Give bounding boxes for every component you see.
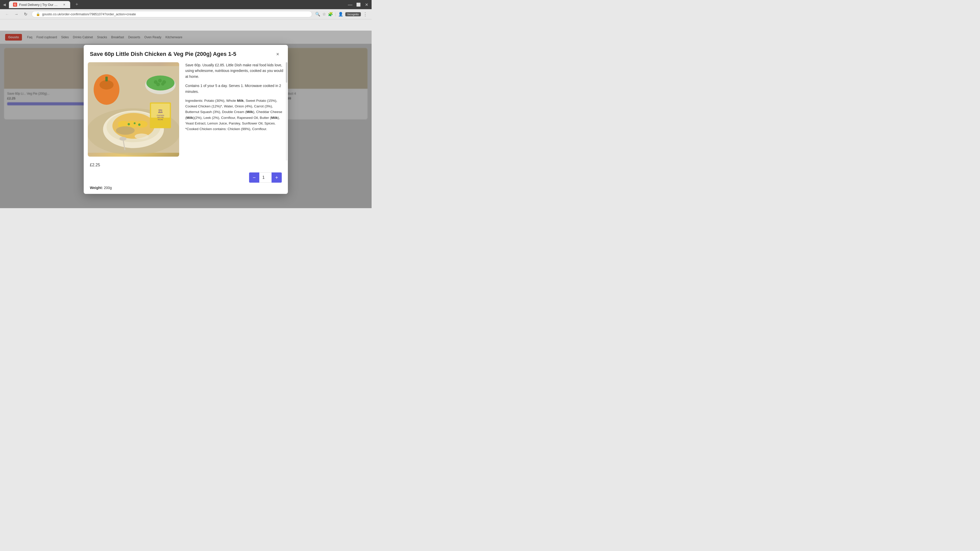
search-icon[interactable]: 🔍	[315, 12, 320, 17]
product-price: £2.25	[90, 163, 100, 167]
bookmark-icon[interactable]: ☆	[322, 12, 326, 17]
forward-button[interactable]: →	[13, 11, 19, 17]
ingredients-label: Ingredients:	[185, 99, 204, 103]
milk-bold-2: Milk	[246, 110, 253, 114]
weight-value: 200g	[104, 186, 112, 190]
milk-bold-1: Milk	[237, 99, 244, 103]
svg-point-8	[158, 79, 162, 83]
product-image: little dish CHICKEN VEG PIE RECIPE	[88, 62, 179, 157]
new-tab-button[interactable]: +	[73, 1, 80, 8]
svg-point-15	[127, 123, 130, 125]
svg-point-16	[134, 122, 135, 124]
price-row: £2.25	[84, 161, 288, 169]
close-button[interactable]: ✕	[363, 2, 369, 8]
increase-quantity-button[interactable]: +	[272, 172, 282, 183]
history-button[interactable]: ◀	[2, 2, 7, 8]
back-button[interactable]: ←	[4, 11, 10, 17]
tab-close-button[interactable]: ✕	[62, 3, 66, 6]
url-text: gousto.co.uk/order-confirmation/79851074…	[42, 12, 136, 16]
tab-favicon: G	[13, 3, 17, 6]
modal-overlay: Save 60p Little Dish Chicken & Veg Pie (…	[0, 30, 372, 208]
svg-point-3	[100, 80, 114, 89]
menu-icon[interactable]: ⋮	[363, 11, 368, 17]
reload-button[interactable]: ↻	[22, 11, 29, 17]
modal-header: Save 60p Little Dish Chicken & Veg Pie (…	[84, 45, 288, 62]
svg-point-11	[161, 83, 164, 86]
maximize-button[interactable]: ⬜	[355, 2, 361, 8]
modal-body: little dish CHICKEN VEG PIE RECIPE	[84, 62, 288, 161]
svg-text:dish: dish	[158, 111, 162, 114]
svg-point-6	[146, 76, 174, 91]
quantity-input[interactable]	[259, 172, 272, 183]
active-tab[interactable]: G Food Delivery | Try Our Recipe ✕	[9, 1, 70, 8]
browser-chrome: ◀ G Food Delivery | Try Our Recipe ✕ + —…	[0, 0, 372, 9]
url-bar[interactable]: 🔒 gousto.co.uk/order-confirmation/798510…	[32, 11, 312, 17]
description-paragraph-1: Save 60p. Usually £2.85. Little Dish mak…	[185, 62, 284, 79]
modal-description: Save 60p. Usually £2.85. Little Dish mak…	[185, 62, 284, 132]
modal-content-side[interactable]: Save 60p. Usually £2.85. Little Dish mak…	[183, 62, 288, 161]
svg-point-18	[116, 126, 135, 135]
address-bar: ← → ↻ 🔒 gousto.co.uk/order-confirmation/…	[0, 9, 372, 19]
profile-icon[interactable]: 👤	[338, 12, 343, 17]
page-background: Gousto Faq Food cupboard Sides Drinks Ca…	[0, 30, 372, 208]
svg-text:little: little	[159, 109, 162, 111]
decrease-quantity-button[interactable]: −	[249, 172, 259, 183]
modal-title: Save 60p Little Dish Chicken & Veg Pie (…	[90, 51, 236, 58]
svg-point-17	[138, 124, 140, 126]
incognito-badge: Incognito	[345, 12, 361, 16]
svg-point-28	[135, 134, 149, 139]
address-actions: 🔍 ☆ 🧩 | 👤 Incognito ⋮	[315, 11, 368, 17]
tab-title: Food Delivery | Try Our Recipe	[19, 3, 60, 6]
weight-label: Weight:	[90, 186, 103, 190]
modal-close-button[interactable]: ×	[274, 50, 282, 58]
extensions-icon[interactable]: 🧩	[328, 12, 333, 17]
modal-image-side: little dish CHICKEN VEG PIE RECIPE	[84, 62, 183, 161]
quantity-row: − +	[84, 172, 288, 186]
weight-row: Weight: 200g	[84, 186, 288, 194]
product-modal: Save 60p Little Dish Chicken & Veg Pie (…	[84, 45, 288, 194]
svg-text:CHICKEN: CHICKEN	[157, 114, 164, 116]
milk-bold-4: Milk	[271, 116, 278, 120]
description-paragraph-2: Contains 1 of your 5 a day. Serves 1. Mi…	[185, 83, 284, 94]
ingredients-text: Ingredients: Potato (30%), Whole Milk, S…	[185, 98, 284, 132]
minimize-button[interactable]: —	[347, 2, 353, 8]
svg-text:RECIPE: RECIPE	[158, 119, 163, 121]
svg-text:VEG PIE: VEG PIE	[157, 117, 164, 118]
milk-bold-3: Milk	[186, 116, 193, 120]
window-controls: — ⬜ ✕	[347, 2, 369, 8]
scrollbar-track	[286, 62, 287, 161]
svg-rect-4	[105, 76, 108, 81]
food-svg: little dish CHICKEN VEG PIE RECIPE	[88, 62, 179, 157]
scrollbar-thumb[interactable]	[286, 62, 287, 83]
svg-point-10	[156, 83, 160, 86]
